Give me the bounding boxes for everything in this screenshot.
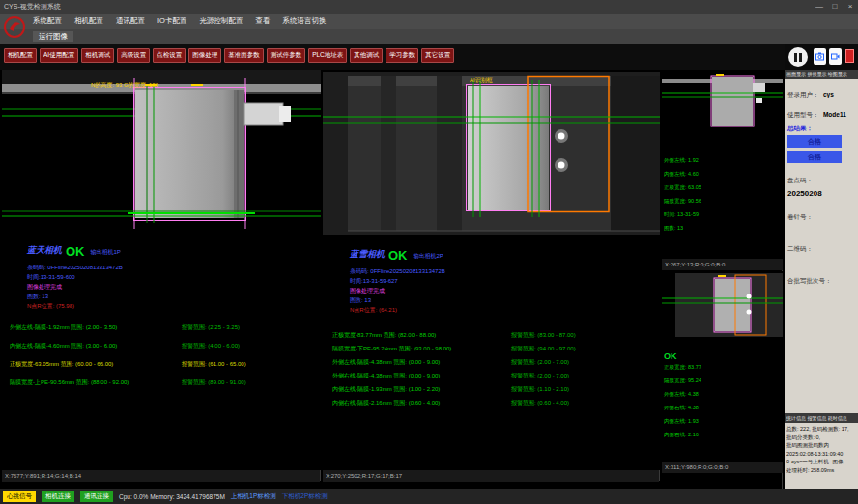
menu-io-config[interactable]: IO卡配置 (157, 16, 186, 26)
needle-number-label: 卷针号： (787, 213, 813, 220)
thumbnail-view-bottom[interactable] (662, 271, 783, 349)
left-measurement-row: 正极宽度-63.05mm 范围: (60.00 - 66.00) 报警范围: (… (10, 360, 246, 369)
login-user-value: cys (823, 91, 834, 98)
display-options-bar[interactable]: 画面显示 拼接显示 绘图显示 (785, 70, 858, 79)
merge-batch-label: 合批写批次号： (787, 277, 832, 284)
result-box-1: 合格 (787, 135, 842, 148)
camera-icon (815, 52, 824, 61)
center-result-title: 蓝雪相机 OK 输出相机2P (350, 248, 443, 261)
center-measurement-row: 外侧左线-隔膜-4.38mm 范围: (0.00 - 9.00) 报警范围: (… (332, 358, 569, 367)
pixel-coords-left: X:7677;Y:891;R:14;G:14;B:14 (2, 470, 320, 482)
inventory-code-label: 盘点码： (787, 177, 813, 183)
pause-button[interactable] (788, 47, 808, 67)
center-barcode: 条码码: 0FFline2025020813313472B (350, 267, 445, 276)
window-controls: — □ × (812, 0, 858, 14)
upper-camera-status: 上相机1P标检测 (231, 492, 276, 501)
close-button[interactable]: × (843, 0, 858, 14)
heartbeat-indicator: 心跳信号 (3, 491, 36, 502)
toolbar-other-debug-button[interactable]: 其他调试 (350, 48, 383, 63)
thumbnail-bottom-readout: OK 正极宽度: 83.77 隔膜宽度: 95.24 外侧左线: 4.38 外侧… (662, 349, 783, 462)
model-value: Mode11 (823, 111, 846, 118)
center-measurement-row: 隔膜宽度-下PE-95.24mm 范围: (93.00 - 98.00) 报警范… (332, 345, 576, 353)
side-thumbnail-column: 外侧左线: 1.92 内侧左线: 4.60 正极宽度: 63.05 隔膜宽度: … (662, 70, 783, 489)
center-result-ok: OK (388, 250, 408, 261)
toolbar-plc-address-button[interactable]: PLC地址表 (308, 48, 347, 63)
menu-camera-config[interactable]: 相机配置 (74, 16, 103, 26)
pixel-coords-thumb-top: X:267;Y:13;R:0;G:0;B:0 (662, 259, 783, 270)
pixel-coords-thumb-bottom: X:311;Y:980;R:0;G:0;B:0 (662, 462, 783, 473)
lower-camera-status: 下相机2P标检测 (282, 492, 328, 501)
left-result-title: 蓝天相机 OK 输出相机1P (27, 244, 121, 257)
center-time: 时间:13-31-59-627 (350, 277, 398, 286)
center-measurement-row: 内侧左线-隔膜-1.93mm 范围: (1.00 - 2.20) 报警范围: (… (332, 385, 569, 394)
maximize-button[interactable]: □ (827, 0, 843, 14)
tab-running-image[interactable]: 运行图像 (33, 31, 73, 42)
toolbar-advanced-settings-button[interactable]: 高级设置 (117, 48, 150, 63)
toolbar-camera-debug-button[interactable]: 相机调试 (81, 48, 114, 63)
menu-system-config[interactable]: 系统配置 (33, 16, 62, 26)
model-label: 使用型号： (787, 111, 819, 118)
toolbar-spotcheck-settings-button[interactable]: 点检设置 (153, 48, 186, 63)
menu-view[interactable]: 查看 (255, 16, 270, 26)
center-frame-count: 图数: 13 (350, 296, 371, 305)
menu-light-config[interactable]: 光源控制配置 (199, 16, 243, 26)
left-camera-name: 蓝天相机 (27, 244, 62, 257)
video-record-button[interactable] (829, 48, 842, 65)
thumbnail-top-image (662, 70, 783, 154)
menu-language-switch[interactable]: 系统语言切换 (282, 16, 326, 26)
record-indicator[interactable] (845, 49, 854, 63)
toolbar-image-processing-button[interactable]: 图像处理 (188, 48, 221, 63)
left-measurement-row: 外侧左线-隔膜-1.92mm 范围: (2.00 - 3.50) 报警范围: (… (10, 323, 240, 332)
toolbar-ai-config-button[interactable]: AI使用配置 (40, 48, 78, 63)
minimize-button[interactable]: — (812, 0, 827, 14)
tab-bar: 运行图像 (0, 29, 858, 44)
toolbar-datum-params-button[interactable]: 基准面参数 (224, 48, 264, 63)
app-window: CYS-视觉检测系统 — □ × 系统配置 相机配置 通讯配置 IO卡配置 光源… (0, 0, 858, 504)
status-bar: 心跳信号 相机连接 通讯连接 Cpu: 0.0% Memory: 3424.41… (0, 489, 858, 504)
pause-icon (799, 53, 802, 62)
left-measurement-row: 隔膜宽度-上PE-90.56mm 范围: (88.00 - 92.00) 报警范… (10, 378, 246, 387)
left-process-status: 图像处理完成 (27, 283, 62, 292)
center-process-status: 图像处理完成 (350, 287, 385, 295)
inventory-code-value: 20250208 (787, 189, 855, 198)
login-user-label: 登录用户： (787, 91, 819, 98)
left-red-note: N点R位置: (75.98) (27, 302, 74, 311)
left-time: 时间:13-31-59-600 (27, 273, 75, 282)
camera-view-left[interactable]: N的高度: 93 G的宽度: 100 蓝天相机 OK 输出相机1P 条码码: 0… (2, 70, 321, 481)
left-dimension-note: N的高度: 93 G的宽度: 100 (91, 81, 158, 90)
thumbnail-top-readout: 外侧左线: 1.92 内侧左线: 4.60 正极宽度: 63.05 隔膜宽度: … (662, 154, 783, 259)
left-barcode: 条码码: 0FFline2025020813313472B (27, 264, 123, 272)
result-box-2: 合格 (787, 151, 842, 163)
center-output-mode: 输出相机2P (414, 252, 443, 261)
info-panel: 登录用户： cys 使用型号： Mode11 总结果： 合格 合格 盘点码： 2… (785, 79, 858, 305)
app-logo-icon (3, 15, 26, 39)
window-title: CYS-视觉检测系统 (4, 2, 61, 12)
title-bar: CYS-视觉检测系统 — □ × (0, 0, 858, 14)
pause-icon (794, 53, 797, 62)
left-frame-count: 图数: 13 (27, 293, 48, 301)
center-measurement-row: 外侧右线-隔膜-4.38mm 范围: (0.00 - 9.00) 报警范围: (… (332, 372, 569, 380)
left-result-ok: OK (66, 246, 85, 257)
thumbnail-view-top[interactable] (662, 70, 783, 154)
right-panel: 画面显示 拼接显示 绘图显示 登录用户： cys 使用型号： Mode11 总结… (785, 44, 858, 489)
toolbar-camera-config-button[interactable]: 相机配置 (4, 48, 37, 63)
camera-capture-button[interactable] (814, 48, 826, 65)
thumbnail-bottom-result: OK (664, 351, 781, 361)
center-red-note: N点R位置: (64.21) (350, 306, 397, 315)
stats-text: 总数: 222, 批码检测数: 17, 批码分类数: 0, 批码图测批码数内 2… (786, 425, 856, 474)
left-measurement-row: 内侧左线-隔膜-4.60mm 范围: (3.00 - 6.00) 报警范围: (… (10, 342, 240, 350)
menu-comm-config[interactable]: 通讯配置 (116, 16, 145, 26)
camera-view-center[interactable]: AI识别框 蓝雪相机 OK 输出相机2P 条码码: 0FFline2025020… (323, 70, 660, 481)
toolbar-test-stop-params-button[interactable]: 测试停参数 (267, 48, 306, 63)
qr-code-label: 二维码： (787, 245, 813, 252)
toolbar-learning-params-button[interactable]: 学习参数 (386, 48, 418, 63)
menu-bar: 系统配置 相机配置 通讯配置 IO卡配置 光源控制配置 查看 系统语言切换 (0, 14, 858, 29)
pixel-coords-center: X:270;Y:2502;R:17;G:17;B:17 (323, 470, 659, 482)
comm-connection-indicator: 通讯连接 (80, 491, 113, 502)
stats-bar[interactable]: 统计信息 报警信息 耗时信息 (785, 413, 858, 423)
toolbar-other-settings-button[interactable]: 其它设置 (421, 48, 454, 63)
center-measurement-row: 内侧右线-隔膜-2.16mm 范围: (0.60 - 4.00) 报警范围: (… (332, 399, 569, 407)
center-camera-name: 蓝雪相机 (350, 248, 385, 261)
video-icon (831, 52, 840, 61)
center-measurement-row: 正极宽度-83.77mm 范围: (82.00 - 88.00) 报警范围: (… (332, 331, 576, 340)
